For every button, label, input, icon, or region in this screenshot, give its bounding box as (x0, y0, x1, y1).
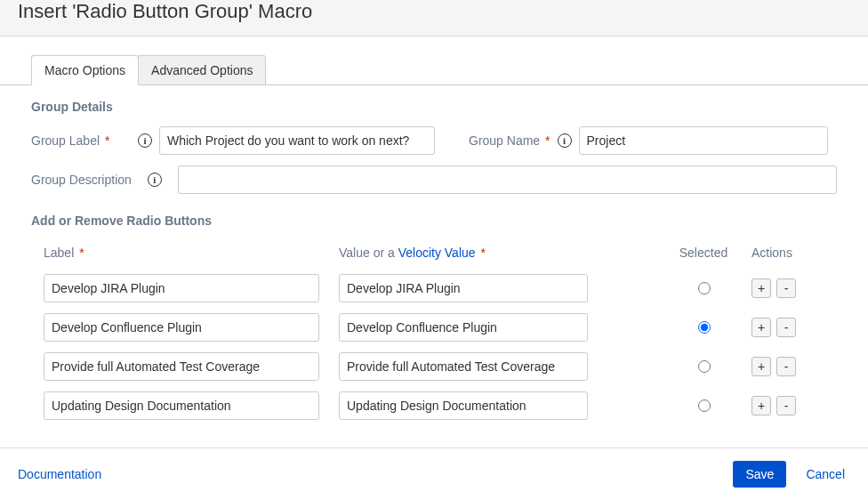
documentation-link[interactable]: Documentation (18, 467, 101, 481)
radio-value-input[interactable] (339, 274, 588, 302)
radio-section-heading: Add or Remove Radio Buttons (31, 214, 837, 228)
radio-value-input[interactable] (339, 391, 588, 420)
remove-row-button[interactable]: - (776, 278, 796, 298)
footer-actions: Save Cancel (733, 461, 850, 488)
dialog-footer: Documentation Save Cancel (0, 448, 868, 500)
radio-selected[interactable] (698, 399, 711, 412)
radio-label-input[interactable] (44, 313, 319, 342)
group-name-input[interactable] (579, 126, 828, 155)
radio-value-input[interactable] (339, 313, 588, 342)
tab-macro-options[interactable]: Macro Options (31, 55, 139, 85)
radio-selected[interactable] (698, 282, 711, 294)
velocity-value-link[interactable]: Velocity Value (398, 246, 476, 260)
radio-label-input[interactable] (44, 274, 319, 302)
add-row-button[interactable]: + (751, 278, 771, 298)
col-header-value: Value or a Velocity Value * (339, 246, 655, 260)
radio-label-input[interactable] (44, 352, 319, 381)
info-icon[interactable]: i (148, 173, 162, 187)
radio-label-input[interactable] (44, 391, 319, 420)
remove-row-button[interactable]: - (776, 318, 796, 337)
tab-advanced-options[interactable]: Advanced Options (139, 55, 266, 85)
tabs: Macro Options Advanced Options (0, 36, 868, 85)
group-description-label: Group Description (31, 173, 132, 187)
dialog-title: Insert 'Radio Button Group' Macro (18, 0, 850, 23)
group-label-field: Group Label * i (31, 126, 435, 155)
radio-selected[interactable] (698, 321, 711, 334)
save-button[interactable]: Save (733, 461, 786, 488)
radio-rows: +-+-+-+- (31, 269, 837, 425)
remove-row-button[interactable]: - (776, 396, 796, 415)
radio-table-header: Label * Value or a Velocity Value * Sele… (31, 240, 837, 269)
dialog-body: Macro Options Advanced Options Group Det… (0, 36, 868, 448)
required-star-icon: * (545, 133, 550, 148)
group-label-input[interactable] (159, 126, 435, 155)
group-label-name-row: Group Label * i Group Name * i (31, 126, 837, 155)
group-description-input[interactable] (178, 165, 837, 194)
col-header-selected: Selected (655, 246, 751, 260)
radio-selected[interactable] (698, 360, 711, 373)
add-row-button[interactable]: + (751, 357, 771, 376)
required-star-icon: * (105, 133, 109, 148)
required-star-icon: * (79, 246, 84, 260)
info-icon[interactable]: i (138, 133, 152, 148)
radio-value-input[interactable] (339, 352, 588, 381)
add-row-button[interactable]: + (751, 318, 771, 337)
group-details-heading: Group Details (31, 100, 837, 114)
col-header-actions: Actions (751, 246, 823, 260)
group-name-label: Group Name * (469, 133, 551, 148)
group-label-label: Group Label * (31, 133, 131, 148)
radio-row: +- (31, 386, 837, 425)
remove-row-button[interactable]: - (776, 357, 796, 376)
tab-content: Group Details Group Label * i Group Name… (0, 85, 868, 440)
dialog-header: Insert 'Radio Button Group' Macro (0, 0, 868, 36)
add-row-button[interactable]: + (751, 396, 771, 415)
radio-row: +- (31, 347, 837, 386)
info-icon[interactable]: i (558, 133, 572, 148)
radio-row: +- (31, 269, 837, 308)
col-header-label: Label * (44, 246, 339, 260)
cancel-button[interactable]: Cancel (800, 466, 850, 482)
group-description-row: Group Description i (31, 165, 837, 194)
group-name-field: Group Name * i (469, 126, 828, 155)
radio-row: +- (31, 308, 837, 347)
macro-dialog: Insert 'Radio Button Group' Macro Macro … (0, 0, 868, 500)
required-star-icon: * (480, 246, 485, 260)
